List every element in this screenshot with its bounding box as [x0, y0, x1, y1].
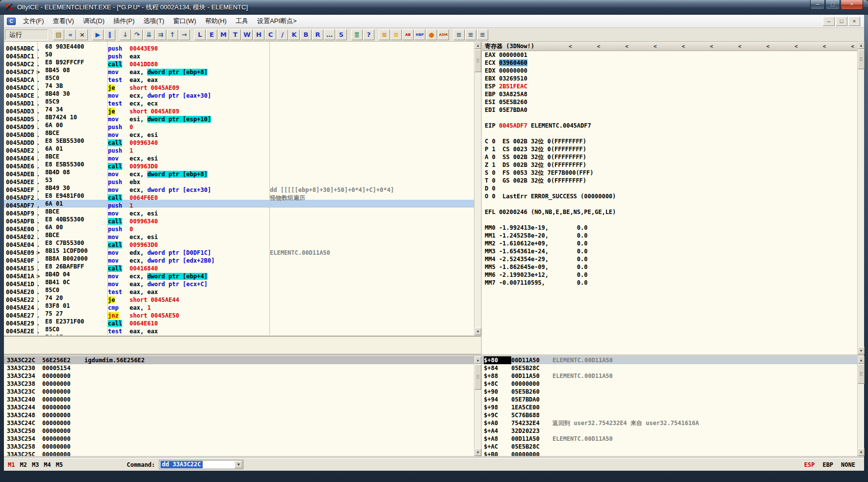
- plugin-hbp-button[interactable]: HBP: [414, 29, 425, 40]
- register-line[interactable]: P 1 CS 0023 32位 0(FFFFFFFF): [482, 145, 857, 153]
- threads-window-button[interactable]: T: [230, 29, 241, 40]
- disasm-row[interactable]: 0045ADEB.8B4D 08movecx, dword ptr [ebp+8…: [4, 168, 474, 176]
- close-button[interactable]: ×: [841, 0, 863, 10]
- register-line[interactable]: EAX 00000001: [482, 51, 857, 59]
- scrollbar-thumb[interactable]: [474, 364, 481, 390]
- plugin-button-1[interactable]: ≋: [379, 29, 390, 40]
- disasm-row[interactable]: 0045ADC7>8B45 08moveax, dword ptr [ebp+8…: [4, 66, 474, 74]
- run-trace-window-button[interactable]: …: [324, 29, 335, 40]
- disasm-row[interactable]: 0045AE24.83F8 01cmpeax, 1: [4, 302, 474, 310]
- disasm-row[interactable]: 0045ADD5.8B7424 10movesi, dword ptr [esp…: [4, 113, 474, 121]
- disasm-row[interactable]: 0045ADEE.53pushebx: [4, 176, 474, 184]
- disassembly-pane[interactable]: 0045ADBC.68 903E4400push00443E900045ADC1…: [4, 42, 474, 335]
- scrollbar-thumb[interactable]: [858, 50, 865, 69]
- call-stack-window-button[interactable]: K: [289, 29, 300, 40]
- dump-row[interactable]: 33A3C25000000000: [4, 427, 474, 435]
- disasm-row[interactable]: 0045ADFB.E8 40B55300call00996340: [4, 215, 474, 223]
- stack-row[interactable]: $+8800D11A50ELEMENTC.00D11A50: [482, 372, 857, 380]
- scroll-up-icon[interactable]: ▲: [474, 356, 481, 364]
- restart-button[interactable]: «: [65, 29, 76, 40]
- disasm-row[interactable]: 0045ADCC.74 3Bjeshort 0045AE09: [4, 82, 474, 90]
- register-line[interactable]: MM0 -1.992413e-19, 0.0: [482, 224, 857, 232]
- disasm-row[interactable]: 0045ADEF.8B49 30movecx, dword ptr [ecx+3…: [4, 184, 474, 192]
- dump-row[interactable]: 33A3C23400000000: [4, 372, 474, 380]
- layout-button-2[interactable]: ≡: [465, 29, 476, 40]
- disasm-row[interactable]: 0045AE27.75 27jnzshort 0045AE50: [4, 310, 474, 318]
- register-line[interactable]: EBX 03269510: [482, 75, 857, 82]
- stack-row[interactable]: $+A0754232E4返回到 user32.754232E4 来自 user3…: [482, 419, 857, 427]
- disasm-scrollbar[interactable]: ▲▼: [474, 42, 481, 335]
- chevron-left-icon[interactable]: <: [625, 43, 629, 50]
- memory-tab[interactable]: M1: [8, 461, 15, 468]
- disasm-row[interactable]: 0045ADD9.6A 00push0: [4, 121, 474, 129]
- mdi-close-button[interactable]: ×: [848, 17, 860, 26]
- register-line[interactable]: D 0: [482, 185, 857, 192]
- plugin-button-2[interactable]: ≋: [391, 29, 402, 40]
- disasm-row[interactable]: 0045ADE2.6A 01push1: [4, 145, 474, 153]
- register-line[interactable]: EDI 05E7BDA0: [482, 106, 857, 114]
- disasm-row[interactable]: 0045AE15.E8 26BAFBFFcall00416840: [4, 263, 474, 270]
- dump-row[interactable]: 33A3C23800000000: [4, 380, 474, 388]
- references-window-button[interactable]: R: [312, 29, 323, 40]
- log-window-button[interactable]: L: [194, 29, 206, 40]
- dump-row[interactable]: 33A3C24400000000: [4, 403, 474, 411]
- register-line[interactable]: MM7 -0.007110595, 0.0: [482, 279, 857, 287]
- register-line[interactable]: [482, 130, 857, 137]
- chevron-left-icon[interactable]: <: [794, 43, 798, 50]
- disasm-row[interactable]: 0045AE04.E8 C7B55300call009963D0: [4, 239, 474, 247]
- stack-row[interactable]: $+B000000000: [482, 451, 857, 456]
- disasm-row[interactable]: 0045AE02.8BCEmovecx, esi: [4, 231, 474, 239]
- disasm-row[interactable]: 0045ADC2.E8 B92FFCFFcall0041DD80: [4, 58, 474, 66]
- scrollbar-thumb[interactable]: [474, 50, 481, 72]
- dump-row[interactable]: 33A3C24000000000: [4, 396, 474, 403]
- scroll-down-icon[interactable]: ▼: [858, 449, 865, 456]
- register-line[interactable]: EBP 03A825A8: [482, 90, 857, 98]
- register-line[interactable]: EFL 00200246 (NO,NB,E,BE,NS,PE,GE,LE): [482, 208, 857, 216]
- dump-row[interactable]: 33A3C24C00000000: [4, 419, 474, 427]
- chevron-left-icon[interactable]: <: [823, 43, 826, 50]
- register-line[interactable]: O 0 LastErr ERROR_SUCCESS (00000000): [482, 192, 857, 200]
- chevron-left-icon[interactable]: <: [569, 43, 572, 50]
- disasm-row[interactable]: 0045ADBC.68 903E4400push00443E90: [4, 43, 474, 51]
- disasm-row[interactable]: 0045AE00.6A 00push0: [4, 223, 474, 231]
- register-line[interactable]: MM1 -1.245258e-20, 0.0: [482, 232, 857, 240]
- menu-item[interactable]: 调试(D): [79, 15, 109, 27]
- disasm-row[interactable]: 0045ADDB.8BCEmovecx, esi: [4, 129, 474, 137]
- disasm-row[interactable]: 0045AE09>8B15 1CDFD00movedx, dword ptr […: [4, 247, 474, 255]
- memory-tab[interactable]: M5: [56, 461, 63, 468]
- disasm-row[interactable]: 0045ADE6.E8 E5B55300call009963D0: [4, 161, 474, 168]
- disasm-row[interactable]: 0045AE1A>8B4D 04movecx, dword ptr [ebp+4…: [4, 270, 474, 278]
- register-line[interactable]: MM6 -2.199023e+12, 0.0: [482, 271, 857, 279]
- close-process-button[interactable]: ×: [77, 29, 88, 40]
- options-button[interactable]: ≣: [351, 29, 363, 40]
- stack-row[interactable]: $+9005E5B260: [482, 388, 857, 396]
- dump-row[interactable]: 33A3C25400000000: [4, 435, 474, 443]
- disasm-row[interactable]: 0045AE20.85C0testeax, eax: [4, 286, 474, 294]
- register-line[interactable]: MM4 -2.524354e-29, 0.0: [482, 255, 857, 263]
- run-button[interactable]: ▶: [92, 29, 104, 40]
- register-line[interactable]: ESI 05E5B260: [482, 98, 857, 106]
- register-line[interactable]: [482, 200, 857, 208]
- chevron-left-icon[interactable]: <: [597, 43, 601, 50]
- dump-row[interactable]: 33A3C24800000000: [4, 411, 474, 419]
- mdi-restore-button[interactable]: □: [836, 17, 847, 26]
- execute-till-return-button[interactable]: ↑: [167, 29, 178, 40]
- scroll-up-icon[interactable]: ▲: [474, 42, 481, 49]
- stack-scrollbar[interactable]: ▲▼: [857, 356, 864, 456]
- menu-item[interactable]: 查看(V): [49, 15, 79, 27]
- disasm-row[interactable]: 0045ADF2.E8 E9481F00call0064F6E0怪物数组遍历: [4, 192, 474, 200]
- registers-pane[interactable]: 寄存器 (3DNow!) <<<<<<<<<<< EAX 00000001ECX…: [482, 42, 857, 354]
- mdi-minimize-button[interactable]: –: [823, 17, 835, 26]
- disasm-row[interactable]: 0045ADDD.E8 5EB55300call00996340: [4, 137, 474, 145]
- dump-row[interactable]: 33A3C23000005154: [4, 364, 474, 372]
- register-line[interactable]: MM5 -1.862645e-09, 0.0: [482, 263, 857, 271]
- scroll-up-icon[interactable]: ▲: [858, 42, 865, 49]
- plugin-ab-button[interactable]: AB: [402, 29, 414, 40]
- stack-row[interactable]: $+8000D11A50ELEMENTC.00D11A50: [482, 356, 857, 364]
- breakpoints-window-button[interactable]: B: [300, 29, 312, 40]
- cpu-window-button[interactable]: C: [265, 29, 276, 40]
- memory-window-button[interactable]: M: [218, 29, 229, 40]
- scroll-down-icon[interactable]: ▼: [474, 449, 481, 456]
- stack-row[interactable]: $+8405E5B28C: [482, 364, 857, 372]
- animate-into-button[interactable]: ⇊: [143, 29, 155, 40]
